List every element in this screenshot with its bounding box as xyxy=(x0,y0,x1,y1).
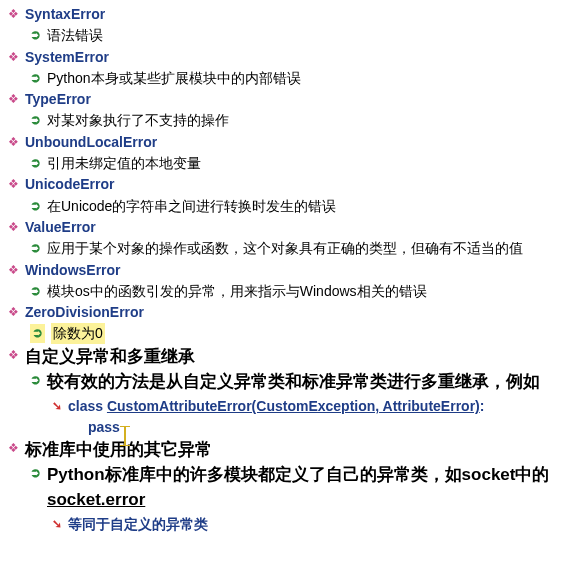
diamond-icon: ❖ xyxy=(8,176,19,193)
error-desc: 对某对象执行了不支持的操作 xyxy=(47,110,229,130)
diamond-icon: ❖ xyxy=(8,440,19,457)
arrow-icon: ➲ xyxy=(30,26,41,45)
arrow-icon: ➲ xyxy=(30,197,41,216)
error-name: ZeroDivisionError xyxy=(25,302,144,322)
arrow-icon: ➲ xyxy=(30,111,41,130)
error-desc: 引用未绑定值的本地变量 xyxy=(47,153,201,173)
error-name: ValueError xyxy=(25,217,96,237)
error-name: UnicodeError xyxy=(25,174,114,194)
error-name: SyntaxError xyxy=(25,4,105,24)
error-name: UnboundLocalError xyxy=(25,132,157,152)
diamond-icon: ❖ xyxy=(8,91,19,108)
section2-point1: Python标准库中的许多模块都定义了自己的异常类，如socket中的socke… xyxy=(47,463,568,512)
error-desc: 语法错误 xyxy=(47,25,103,45)
error-name: SystemError xyxy=(25,47,109,67)
error-desc: 在Unicode的字符串之间进行转换时发生的错误 xyxy=(47,196,336,216)
code-body-line: pass xyxy=(88,417,568,437)
red-arrow-icon: ➘ xyxy=(52,516,62,533)
error-name: WindowsError xyxy=(25,260,121,280)
diamond-icon: ❖ xyxy=(8,49,19,66)
error-desc: Python本身或某些扩展模块中的内部错误 xyxy=(47,68,301,88)
arrow-icon: ➲ xyxy=(30,239,41,258)
arrow-icon: ➲ xyxy=(30,154,41,173)
diamond-icon: ❖ xyxy=(8,219,19,236)
diamond-icon: ❖ xyxy=(8,6,19,23)
arrow-icon: ➲ xyxy=(30,371,41,390)
error-desc: 应用于某个对象的操作或函数，这个对象具有正确的类型，但确有不适当的值 xyxy=(47,238,523,258)
arrow-icon: ➲ xyxy=(30,324,45,343)
error-desc: 除数为0 xyxy=(51,323,105,343)
error-name: TypeError xyxy=(25,89,91,109)
red-arrow-icon: ➘ xyxy=(52,398,62,415)
diamond-icon: ❖ xyxy=(8,134,19,151)
section1-point1: 较有效的方法是从自定义异常类和标准异常类进行多重继承，例如 xyxy=(47,370,540,395)
section-title-custom: 自定义异常和多重继承 xyxy=(25,345,195,370)
diamond-icon: ❖ xyxy=(8,347,19,364)
error-desc: 模块os中的函数引发的异常，用来指示与Windows相关的错误 xyxy=(47,281,427,301)
diamond-icon: ❖ xyxy=(8,304,19,321)
section2-point2: 等同于自定义的异常类 xyxy=(68,514,208,534)
arrow-icon: ➲ xyxy=(30,69,41,88)
code-class-line: class CustomAttributeError(CustomExcepti… xyxy=(68,396,484,416)
arrow-icon: ➲ xyxy=(30,282,41,301)
diamond-icon: ❖ xyxy=(8,262,19,279)
arrow-icon: ➲ xyxy=(30,464,41,483)
